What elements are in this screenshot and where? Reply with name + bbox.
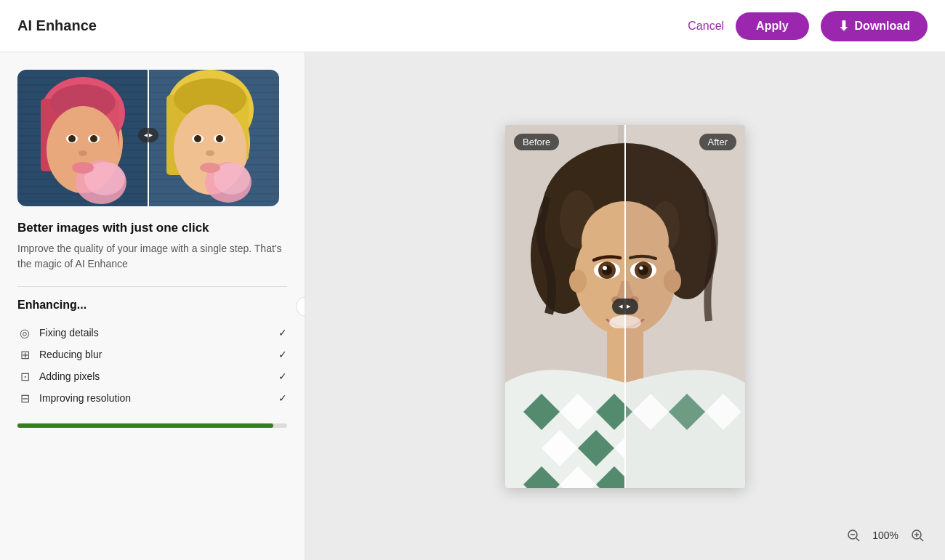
progress-bar-fill: [17, 423, 273, 428]
check-icon-fixing: ✓: [278, 327, 287, 338]
svg-rect-140: [607, 328, 625, 386]
check-icon-blur: ✓: [278, 349, 287, 360]
apply-button[interactable]: Apply: [736, 12, 808, 40]
enhance-item-label: Improving resolution: [39, 392, 131, 404]
check-icon-pixels: ✓: [278, 370, 287, 382]
svg-text:◂ ▸: ◂ ▸: [144, 131, 153, 139]
fix-details-icon: ◎: [17, 325, 32, 340]
svg-point-132: [603, 266, 607, 270]
svg-point-61: [216, 135, 223, 142]
enhance-item-improving-res: ⊟ Improving resolution ✓: [17, 387, 287, 409]
enhance-item-adding-pixels: ⊡ Adding pixels ✓: [17, 365, 287, 387]
zoom-in-button[interactable]: [907, 525, 928, 545]
zoom-level-display: 100%: [872, 529, 898, 541]
app-header: AI Enhance Cancel Apply ⬇ Download: [0, 0, 945, 52]
header-actions: Cancel Apply ⬇ Download: [688, 11, 928, 41]
before-label: Before: [514, 134, 559, 150]
after-label: After: [699, 134, 736, 150]
enhancing-title: Enhancing...: [17, 299, 287, 312]
main-layout: ◂ ▸ Better images with just one click Im…: [0, 52, 945, 560]
svg-point-48: [79, 150, 87, 156]
reduce-blur-icon: ⊞: [17, 347, 32, 362]
collapse-panel-button[interactable]: ‹: [296, 296, 305, 317]
svg-line-160: [856, 538, 859, 541]
preview-svg: ◂ ▸: [17, 70, 279, 206]
progress-bar-container: [17, 423, 287, 428]
preview-image-container[interactable]: ◂ ▸: [17, 70, 279, 206]
check-icon-resolution: ✓: [278, 392, 287, 404]
zoom-controls: 100%: [843, 525, 928, 545]
svg-point-88: [640, 266, 643, 269]
zoom-out-button[interactable]: [843, 525, 864, 545]
improve-res-icon: ⊟: [17, 391, 32, 405]
zoom-in-icon: [910, 528, 925, 543]
svg-point-80: [664, 269, 681, 293]
compare-container[interactable]: ◂ ▸ Before After: [505, 125, 745, 488]
enhance-item-reducing-blur: ⊞ Reducing blur ✓: [17, 344, 287, 365]
enhance-item-label: Adding pixels: [39, 370, 100, 382]
panel-heading: Better images with just one click: [17, 221, 287, 235]
svg-point-62: [206, 150, 214, 156]
download-icon: ⬇: [838, 18, 849, 34]
enhance-list: ◎ Fixing details ✓ ⊞ Reducing blur ✓ ⊡ A…: [17, 322, 287, 409]
svg-point-127: [569, 269, 587, 293]
svg-rect-18: [17, 200, 148, 202]
svg-point-87: [638, 265, 648, 275]
svg-line-164: [920, 538, 923, 541]
compare-handle[interactable]: ◂ ▸: [612, 299, 638, 315]
svg-point-51: [72, 162, 94, 174]
zoom-out-icon: [846, 528, 861, 543]
cancel-button[interactable]: Cancel: [688, 20, 724, 33]
after-image-clip: [505, 125, 625, 488]
svg-rect-37: [148, 200, 279, 202]
panel-divider: [17, 286, 287, 287]
download-button[interactable]: ⬇ Download: [821, 11, 928, 41]
svg-point-45: [68, 135, 76, 142]
enhance-item-fixing-details: ◎ Fixing details ✓: [17, 322, 287, 344]
main-content: ◂ ▸ Before After 100%: [305, 52, 945, 560]
svg-point-65: [200, 163, 220, 173]
enhance-item-label: Fixing details: [39, 327, 99, 338]
svg-point-59: [194, 135, 201, 142]
after-image: [505, 125, 625, 488]
enhance-item-label: Reducing blur: [39, 349, 102, 360]
left-panel: ◂ ▸ Better images with just one click Im…: [0, 52, 305, 560]
svg-point-47: [90, 135, 97, 142]
app-title: AI Enhance: [17, 17, 97, 34]
panel-description: Improve the quality of your image with a…: [17, 241, 287, 272]
add-pixels-icon: ⊡: [17, 369, 32, 384]
